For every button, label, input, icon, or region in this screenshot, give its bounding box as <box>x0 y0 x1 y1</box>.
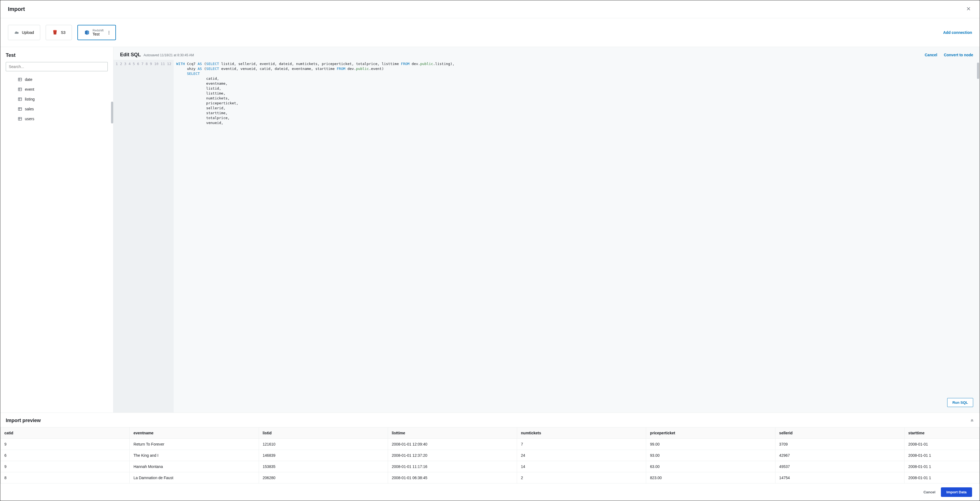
table-cell: 2008-01-01 11:17:16 <box>388 461 517 472</box>
table-cell: 2008-01-01 06:38:45 <box>388 472 517 484</box>
sidebar-table-item[interactable]: date <box>6 75 108 84</box>
chevron-up-double-icon <box>970 418 974 422</box>
preview-table: catideventnamelistidlisttimenumticketspr… <box>0 427 980 484</box>
editor-title: Edit SQL <box>120 52 141 58</box>
column-header[interactable]: listid <box>259 428 388 439</box>
close-icon <box>966 6 971 11</box>
column-header[interactable]: priceperticket <box>646 428 775 439</box>
table-cell: 823.00 <box>646 472 775 484</box>
table-cell: 24 <box>517 450 646 461</box>
table-cell: 9 <box>0 439 130 450</box>
table-name: users <box>25 117 34 121</box>
redshift-source-button[interactable]: Redshift Test <box>77 25 116 40</box>
table-cell: 6 <box>0 450 130 461</box>
table-icon <box>18 107 22 111</box>
editor-scrollbar[interactable] <box>977 63 979 79</box>
table-cell: La Damnation de Faust <box>130 472 259 484</box>
sidebar-table-item[interactable]: users <box>6 114 108 124</box>
column-header[interactable]: sellerid <box>775 428 904 439</box>
table-cell: 9 <box>0 461 130 472</box>
table-icon <box>18 117 22 121</box>
table-cell: The King and I <box>130 450 259 461</box>
column-header[interactable]: listtime <box>388 428 517 439</box>
table-cell: 99.00 <box>646 439 775 450</box>
column-header[interactable]: catid <box>0 428 130 439</box>
convert-to-node-button[interactable]: Convert to node <box>944 53 973 57</box>
redshift-sublabel: Redshift <box>93 29 103 32</box>
svg-rect-3 <box>18 78 22 81</box>
table-cell: 2008-01-01 1 <box>904 461 980 472</box>
table-icon <box>18 87 22 92</box>
table-cell: 153835 <box>259 461 388 472</box>
svg-rect-12 <box>18 108 22 111</box>
table-cell: 93.00 <box>646 450 775 461</box>
upload-source-button[interactable]: Upload <box>8 25 40 40</box>
upload-icon <box>14 30 19 35</box>
table-cell: Return To Forever <box>130 439 259 450</box>
table-cell: 49537 <box>775 461 904 472</box>
table-cell: 2008-01-01 12:09:40 <box>388 439 517 450</box>
table-cell: 2008-01-01 12:37:20 <box>388 450 517 461</box>
table-cell: 2008-01-01 1 <box>904 472 980 484</box>
table-row: 8La Damnation de Faust2062802008-01-01 0… <box>0 472 980 484</box>
line-gutter: 1 2 3 4 5 6 7 8 9 10 11 12 <box>113 60 173 412</box>
table-name: listing <box>25 97 35 101</box>
table-cell: 2008-01-01 1 <box>904 450 980 461</box>
table-cell: 2008-01-01 <box>904 439 980 450</box>
s3-label: S3 <box>61 30 65 35</box>
svg-rect-6 <box>18 88 22 91</box>
svg-rect-9 <box>18 98 22 101</box>
sidebar-table-item[interactable]: listing <box>6 94 108 104</box>
table-cell: 14 <box>517 461 646 472</box>
table-row: 6The King and I1468392008-01-01 12:37:20… <box>0 450 980 461</box>
search-input[interactable] <box>6 62 108 71</box>
s3-icon <box>52 30 58 35</box>
autosave-label: Autosaved 11/18/21 at 8:30:45 AM <box>143 53 194 57</box>
column-header[interactable]: eventname <box>130 428 259 439</box>
preview-title: Import preview <box>6 418 41 423</box>
table-cell: 14754 <box>775 472 904 484</box>
table-cell: 3709 <box>775 439 904 450</box>
more-options-icon[interactable] <box>108 31 110 35</box>
sidebar-table-item[interactable]: sales <box>6 104 108 114</box>
table-cell: Hannah Montana <box>130 461 259 472</box>
sql-editor[interactable]: WITH Ccq7 AS (SELECT listid, sellerid, e… <box>173 60 975 412</box>
svg-rect-15 <box>18 117 22 120</box>
table-name: sales <box>25 107 34 111</box>
table-cell: 206280 <box>259 472 388 484</box>
table-cell: 42967 <box>775 450 904 461</box>
table-row: 9Hannah Montana1538352008-01-01 11:17:16… <box>0 461 980 472</box>
s3-source-button[interactable]: S3 <box>46 25 72 40</box>
editor-cancel-button[interactable]: Cancel <box>925 53 937 57</box>
table-cell: 146839 <box>259 450 388 461</box>
upload-label: Upload <box>22 30 34 35</box>
column-header[interactable]: numtickets <box>517 428 646 439</box>
table-name: event <box>25 87 34 92</box>
column-header[interactable]: starttime <box>904 428 980 439</box>
import-data-button[interactable]: Import Data <box>941 487 972 497</box>
add-connection-button[interactable]: Add connection <box>943 30 972 35</box>
connection-title: Test <box>6 52 108 58</box>
table-name: date <box>25 77 32 82</box>
run-sql-button[interactable]: Run SQL <box>947 398 973 407</box>
redshift-mainlabel: Test <box>93 32 100 36</box>
redshift-icon <box>84 30 90 35</box>
table-cell: 63.00 <box>646 461 775 472</box>
footer-cancel-button[interactable]: Cancel <box>923 490 935 494</box>
collapse-preview-button[interactable] <box>970 418 974 423</box>
sidebar-table-item[interactable]: event <box>6 84 108 94</box>
table-cell: 8 <box>0 472 130 484</box>
table-cell: 2 <box>517 472 646 484</box>
table-cell: 7 <box>517 439 646 450</box>
sidebar-scrollbar[interactable] <box>111 101 113 124</box>
table-icon <box>18 77 22 82</box>
close-button[interactable] <box>965 5 972 13</box>
table-cell: 121610 <box>259 439 388 450</box>
svg-point-2 <box>53 30 57 31</box>
table-row: 9Return To Forever1216102008-01-01 12:09… <box>0 439 980 450</box>
page-title: Import <box>8 6 25 12</box>
table-icon <box>18 97 22 101</box>
